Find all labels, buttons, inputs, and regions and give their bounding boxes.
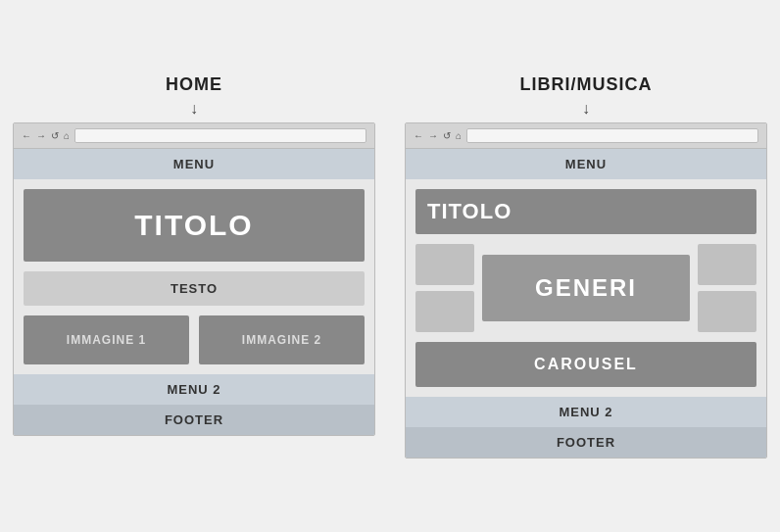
page-wrapper: HOME ↓ ← → ↺ ⌂ MENU TITOLO TESTO IMMAGIN… bbox=[20, 74, 760, 459]
libri-menu[interactable]: MENU bbox=[406, 149, 766, 179]
home-image1: IMMAGINE 1 bbox=[24, 315, 189, 364]
libri-nav-back[interactable]: ← bbox=[414, 130, 423, 141]
generi-label-box: GENERI bbox=[482, 255, 690, 321]
home-arrow: ↓ bbox=[190, 101, 198, 117]
libri-nav-home[interactable]: ⌂ bbox=[456, 130, 462, 141]
generi-label-text: GENERI bbox=[535, 274, 637, 301]
generi-images-left bbox=[415, 244, 474, 332]
libri-titolo-text: TITOLO bbox=[427, 199, 512, 223]
generi-images-right bbox=[698, 244, 756, 332]
generi-thumb-2 bbox=[415, 291, 474, 332]
libri-label: LIBRI/MUSICA bbox=[520, 74, 653, 95]
home-image2: IMMAGINE 2 bbox=[199, 315, 365, 364]
libri-page-content: TITOLO GENERI CAROUSEL bbox=[406, 179, 766, 397]
generi-section: GENERI bbox=[415, 244, 756, 332]
home-addressbar[interactable] bbox=[74, 128, 366, 143]
home-page-content: TITOLO TESTO IMMAGINE 1 IMMAGINE 2 bbox=[14, 179, 374, 374]
libri-carousel[interactable]: CAROUSEL bbox=[415, 342, 756, 387]
generi-thumb-4 bbox=[698, 291, 756, 332]
home-titolo-text: TITOLO bbox=[134, 209, 253, 241]
home-titolo-box: TITOLO bbox=[24, 189, 365, 262]
home-footer: FOOTER bbox=[14, 405, 374, 435]
libri-browser-toolbar: ← → ↺ ⌂ bbox=[406, 123, 766, 149]
libri-addressbar[interactable] bbox=[466, 128, 758, 143]
libri-nav-reload[interactable]: ↺ bbox=[443, 130, 451, 141]
home-nav-back[interactable]: ← bbox=[22, 130, 31, 141]
home-section: HOME ↓ ← → ↺ ⌂ MENU TITOLO TESTO IMMAGIN… bbox=[13, 74, 375, 436]
home-browser-toolbar: ← → ↺ ⌂ bbox=[14, 123, 374, 149]
home-menu2[interactable]: MENU 2 bbox=[14, 374, 374, 405]
libri-section: LIBRI/MUSICA ↓ ← → ↺ ⌂ MENU TITOLO bbox=[405, 74, 767, 459]
libri-menu2[interactable]: MENU 2 bbox=[406, 397, 766, 427]
home-testo: TESTO bbox=[24, 271, 365, 306]
libri-footer: FOOTER bbox=[406, 427, 766, 458]
home-images-row: IMMAGINE 1 IMMAGINE 2 bbox=[24, 315, 365, 364]
generi-thumb-1 bbox=[415, 244, 474, 285]
home-menu[interactable]: MENU bbox=[14, 149, 374, 179]
home-label: HOME bbox=[166, 74, 222, 95]
libri-nav-forward[interactable]: → bbox=[428, 130, 438, 141]
home-nav-forward[interactable]: → bbox=[36, 130, 46, 141]
home-nav-home[interactable]: ⌂ bbox=[64, 130, 70, 141]
libri-arrow: ↓ bbox=[582, 101, 590, 117]
libri-titolo-box: TITOLO bbox=[415, 189, 756, 234]
libri-browser-frame: ← → ↺ ⌂ MENU TITOLO GENERI bbox=[405, 122, 767, 459]
generi-thumb-3 bbox=[698, 244, 756, 285]
home-browser-frame: ← → ↺ ⌂ MENU TITOLO TESTO IMMAGINE 1 IMM… bbox=[13, 122, 375, 436]
home-nav-reload[interactable]: ↺ bbox=[51, 130, 59, 141]
